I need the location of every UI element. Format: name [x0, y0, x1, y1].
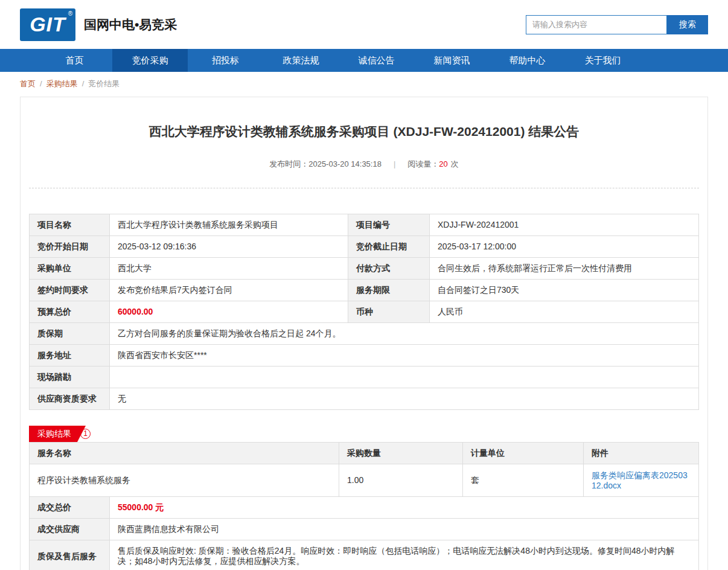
breadcrumb-separator: /: [82, 79, 85, 88]
table-row: 成交供应商 陕西蓝腾信息技术有限公司: [30, 519, 699, 540]
result-row: 程序设计类教辅系统服务 1.00 套 服务类响应偏离表20250312.docx: [30, 464, 699, 497]
site-logo[interactable]: GIT ®: [20, 8, 75, 41]
field-value-winning-supplier: 陕西蓝腾信息技术有限公司: [110, 519, 699, 540]
field-label-project-number: 项目编号: [348, 214, 430, 236]
field-label-currency: 币种: [348, 301, 430, 323]
nav-item-policies[interactable]: 政策法规: [263, 49, 339, 72]
result-table: 服务名称 采购数量 计量单位 附件 程序设计类教辅系统服务 1.00 套 服务类…: [29, 442, 699, 497]
field-value-signing-requirement: 发布竞价结果后7天内签订合同: [110, 280, 348, 301]
project-info-table: 项目名称 西北大学程序设计类教辅系统服务采购项目 项目编号 XDJJ-FW-20…: [29, 214, 699, 410]
field-label-warranty-period: 质保期: [30, 323, 110, 345]
meta-separator: |: [394, 159, 395, 168]
field-label-bid-start-date: 竞价开始日期: [30, 236, 110, 258]
field-label-project-name: 项目名称: [30, 214, 110, 236]
field-label-final-price: 成交总价: [30, 497, 110, 519]
table-row: 预算总价 60000.00 币种 人民币: [30, 301, 699, 323]
field-label-supplier-qualification: 供应商资质要求: [30, 388, 110, 410]
search-bar: 搜索: [526, 15, 708, 34]
field-value-budget-total: 60000.00: [110, 301, 348, 323]
page-title: 西北大学程序设计类教辅系统服务采购项目 (XDJJ-FW-202412001) …: [29, 123, 699, 141]
table-row: 项目名称 西北大学程序设计类教辅系统服务采购项目 项目编号 XDJJ-FW-20…: [30, 214, 699, 236]
nav-item-integrity-notices[interactable]: 诚信公告: [339, 49, 414, 72]
result-service-name: 程序设计类教辅系统服务: [30, 464, 339, 497]
field-value-payment-method: 合同生效后，待系统部署运行正常后一次性付清费用: [430, 258, 699, 280]
field-value-bid-start-date: 2025-03-12 09:16:36: [110, 236, 348, 258]
breadcrumb-link-procurement-results[interactable]: 采购结果: [46, 79, 78, 88]
column-header-quantity: 采购数量: [339, 443, 463, 464]
breadcrumb-link-home[interactable]: 首页: [20, 79, 36, 88]
field-label-service-period: 服务期限: [348, 280, 430, 301]
site-title: 国网中电•易竞采: [84, 16, 177, 33]
table-row: 服务地址 陕西省西安市长安区****: [30, 345, 699, 367]
publish-time-label: 发布时间：: [269, 159, 308, 168]
result-summary-table: 成交总价 55000.00 元 成交供应商 陕西蓝腾信息技术有限公司 质保及售后…: [29, 496, 699, 570]
nav-item-tendering[interactable]: 招投标: [188, 49, 263, 72]
column-header-service-name: 服务名称: [30, 443, 339, 464]
field-value-project-name: 西北大学程序设计类教辅系统服务采购项目: [110, 214, 348, 236]
main-nav: 首页 竞价采购 招投标 政策法规 诚信公告 新闻资讯 帮助中心 关于我们: [0, 49, 728, 72]
logo-text: GIT: [30, 13, 66, 36]
nav-item-bidding-procurement[interactable]: 竞价采购: [112, 49, 188, 72]
result-quantity: 1.00: [339, 464, 463, 497]
field-value-supplier-qualification: 无: [110, 388, 699, 410]
table-row: 供应商资质要求 无: [30, 388, 699, 410]
result-section-tag: 采购结果: [29, 426, 86, 442]
field-label-site-survey: 现场踏勘: [30, 367, 110, 388]
search-button[interactable]: 搜索: [667, 15, 708, 34]
field-value-bid-end-date: 2025-03-17 12:00:00: [430, 236, 699, 258]
nav-item-help-center[interactable]: 帮助中心: [490, 49, 565, 72]
field-value-purchasing-unit: 西北大学: [110, 258, 348, 280]
field-label-signing-requirement: 签约时间要求: [30, 280, 110, 301]
field-value-warranty-after-sales: 售后质保及响应时效: 质保期：验收合格后24月。响应时效：即时响应（包括电话响应…: [110, 540, 699, 570]
nav-item-about-us[interactable]: 关于我们: [565, 49, 640, 72]
field-value-final-price: 55000.00 元: [110, 497, 699, 519]
table-row: 竞价开始日期 2025-03-12 09:16:36 竞价截止日期 2025-0…: [30, 236, 699, 258]
attachment-link[interactable]: 服务类响应偏离表20250312.docx: [592, 470, 688, 490]
field-label-purchasing-unit: 采购单位: [30, 258, 110, 280]
table-row: 签约时间要求 发布竞价结果后7天内签订合同 服务期限 自合同签订之日730天: [30, 280, 699, 301]
field-label-warranty-after-sales: 质保及售后服务: [30, 540, 110, 570]
field-value-service-address: 陕西省西安市长安区****: [110, 345, 699, 367]
field-label-budget-total: 预算总价: [30, 301, 110, 323]
search-input[interactable]: [526, 15, 667, 34]
views-label: 阅读量：: [407, 159, 439, 168]
field-value-service-period: 自合同签订之日730天: [430, 280, 699, 301]
field-label-bid-end-date: 竞价截止日期: [348, 236, 430, 258]
breadcrumb-separator: /: [40, 79, 42, 88]
table-row: 质保及售后服务 售后质保及响应时效: 质保期：验收合格后24月。响应时效：即时响…: [30, 540, 699, 570]
breadcrumb-current-bidding-results: 竞价结果: [88, 79, 120, 88]
field-value-project-number: XDJJ-FW-202412001: [430, 214, 699, 236]
table-row: 质保期 乙方对合同服务的质量保证期为验收合格后之日起 24个月。: [30, 323, 699, 345]
content-card: 西北大学程序设计类教辅系统服务采购项目 (XDJJ-FW-202412001) …: [20, 97, 708, 570]
result-section-header: 采购结果 1: [29, 426, 699, 442]
views-unit: 次: [451, 159, 459, 168]
nav-item-home[interactable]: 首页: [37, 49, 112, 72]
column-header-attachment: 附件: [584, 443, 699, 464]
breadcrumb: 首页/采购结果/竞价结果: [20, 72, 708, 97]
field-label-payment-method: 付款方式: [348, 258, 430, 280]
field-label-winning-supplier: 成交供应商: [30, 519, 110, 540]
publish-time-value: 2025-03-20 14:35:18: [308, 159, 382, 168]
result-unit: 套: [463, 464, 584, 497]
article-meta: 发布时间：2025-03-20 14:35:18|阅读量：20次: [29, 159, 699, 170]
nav-item-news[interactable]: 新闻资讯: [414, 49, 490, 72]
topbar: GIT ® 国网中电•易竞采 搜索: [0, 0, 728, 49]
field-label-service-address: 服务地址: [30, 345, 110, 367]
field-value-site-survey: [110, 367, 699, 388]
registered-mark-icon: ®: [68, 10, 72, 17]
column-header-unit: 计量单位: [463, 443, 584, 464]
table-row: 采购单位 西北大学 付款方式 合同生效后，待系统部署运行正常后一次性付清费用: [30, 258, 699, 280]
field-value-warranty-period: 乙方对合同服务的质量保证期为验收合格后之日起 24个月。: [110, 323, 699, 345]
dashed-divider: [29, 188, 699, 188]
table-row: 现场踏勘: [30, 367, 699, 388]
views-count: 20: [439, 159, 447, 168]
table-row: 成交总价 55000.00 元: [30, 497, 699, 519]
result-table-header-row: 服务名称 采购数量 计量单位 附件: [30, 443, 699, 464]
field-value-currency: 人民币: [430, 301, 699, 323]
